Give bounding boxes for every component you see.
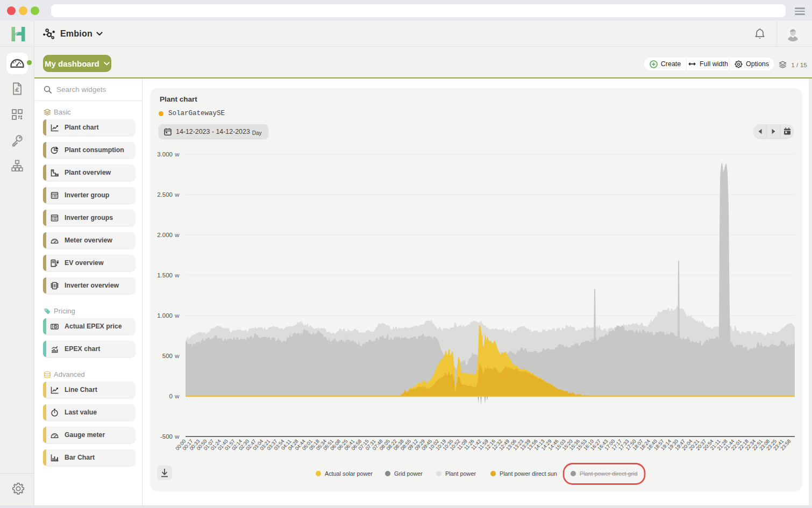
svg-text:€: €: [16, 87, 19, 93]
svg-text:W: W: [175, 152, 180, 158]
svg-text:3.000: 3.000: [157, 151, 173, 158]
svg-text:Grid power: Grid power: [394, 470, 423, 477]
svg-text:Actual solar power: Actual solar power: [325, 470, 373, 477]
svg-text:0: 0: [169, 393, 173, 399]
svg-text:W: W: [175, 273, 180, 278]
svg-text:-500: -500: [160, 433, 173, 440]
svg-text:1.500: 1.500: [157, 272, 173, 278]
svg-text:500: 500: [162, 353, 173, 359]
svg-text:Plant power direct sun: Plant power direct sun: [500, 470, 557, 477]
svg-text:W: W: [175, 192, 180, 198]
svg-text:2.500: 2.500: [157, 191, 173, 198]
svg-text:Plant power direct grid: Plant power direct grid: [580, 470, 637, 477]
svg-text:Plant power: Plant power: [445, 470, 476, 477]
svg-text:W: W: [175, 313, 180, 319]
svg-text:W: W: [175, 434, 180, 440]
svg-text:€: €: [56, 346, 58, 349]
svg-text:1.000: 1.000: [157, 312, 173, 319]
svg-text:W: W: [175, 233, 180, 238]
svg-text:€: €: [55, 325, 56, 328]
svg-text:W: W: [175, 354, 180, 359]
svg-text:2.000: 2.000: [157, 232, 173, 238]
svg-text:W: W: [175, 394, 180, 399]
